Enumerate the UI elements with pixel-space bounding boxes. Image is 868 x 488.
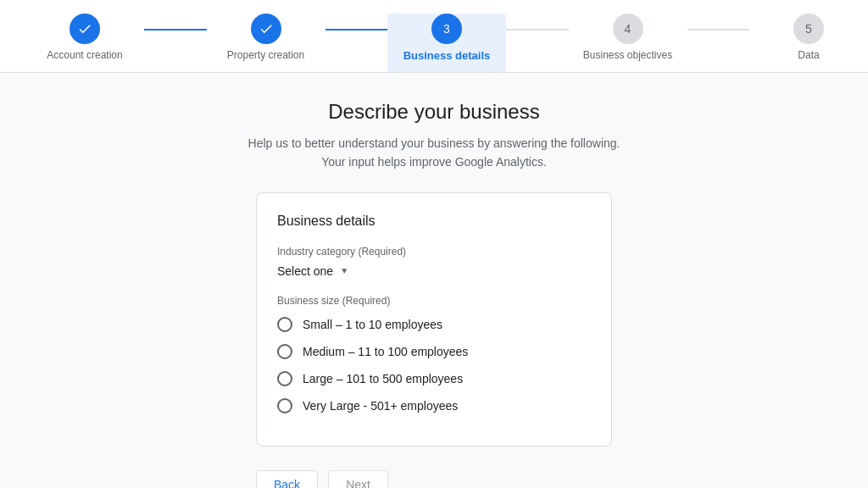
- radio-small[interactable]: Small – 1 to 10 employees: [277, 317, 591, 332]
- business-size-label: Business size (Required): [277, 295, 591, 307]
- step-label-1: Account creation: [47, 49, 122, 71]
- connector-4-5: [687, 29, 750, 30]
- radio-very-large[interactable]: Very Large - 501+ employees: [277, 398, 591, 413]
- step-label-3: Business details: [403, 49, 491, 72]
- radio-text-medium: Medium – 11 to 100 employees: [303, 345, 468, 358]
- step-circle-5: 5: [793, 14, 824, 44]
- radio-text-small: Small – 1 to 10 employees: [303, 318, 442, 331]
- step-business-details: 3 Business details: [387, 14, 506, 72]
- connector-3-4: [506, 29, 569, 30]
- step-circle-2: [251, 14, 281, 44]
- card-title: Business details: [277, 214, 591, 229]
- radio-text-large: Large – 101 to 500 employees: [303, 372, 463, 385]
- connector-1-2: [144, 29, 207, 30]
- step-circle-1: [70, 14, 100, 44]
- stepper: Account creation Property creation 3 Bus…: [0, 0, 868, 73]
- radio-circle-very-large: [277, 398, 292, 413]
- step-circle-4: 4: [613, 14, 643, 44]
- step-data: 5 Data: [749, 14, 868, 71]
- business-details-card: Business details Industry category (Requ…: [256, 192, 612, 446]
- step-label-5: Data: [798, 49, 819, 71]
- step-label-2: Property creation: [227, 49, 304, 71]
- page-subtitle: Help us to better understand your busine…: [248, 134, 620, 172]
- radio-circle-small: [277, 317, 292, 332]
- radio-circle-large: [277, 371, 292, 386]
- industry-select-button[interactable]: Select one ▼: [277, 264, 348, 278]
- radio-large[interactable]: Large – 101 to 500 employees: [277, 371, 591, 386]
- step-circle-3: 3: [431, 14, 462, 44]
- radio-circle-medium: [277, 344, 292, 359]
- footer: ©2024 Google | Analytics home | Terms of…: [0, 474, 868, 488]
- radio-medium[interactable]: Medium – 11 to 100 employees: [277, 344, 591, 359]
- step-label-4: Business objectives: [583, 49, 672, 71]
- step-account-creation: Account creation: [25, 14, 144, 71]
- select-placeholder-text: Select one: [277, 264, 333, 278]
- industry-category-label: Industry category (Required): [277, 246, 591, 258]
- chevron-down-icon: ▼: [340, 266, 348, 275]
- radio-text-very-large: Very Large - 501+ employees: [303, 399, 458, 413]
- step-property-creation: Property creation: [207, 14, 326, 71]
- industry-category-field: Industry category (Required) Select one …: [277, 246, 591, 278]
- step-business-objectives: 4 Business objectives: [569, 14, 687, 71]
- page-title: Describe your business: [328, 100, 539, 124]
- business-size-field: Business size (Required) Small – 1 to 10…: [277, 295, 591, 413]
- main-content: Describe your business Help us to better…: [0, 73, 868, 488]
- connector-2-3: [326, 29, 388, 30]
